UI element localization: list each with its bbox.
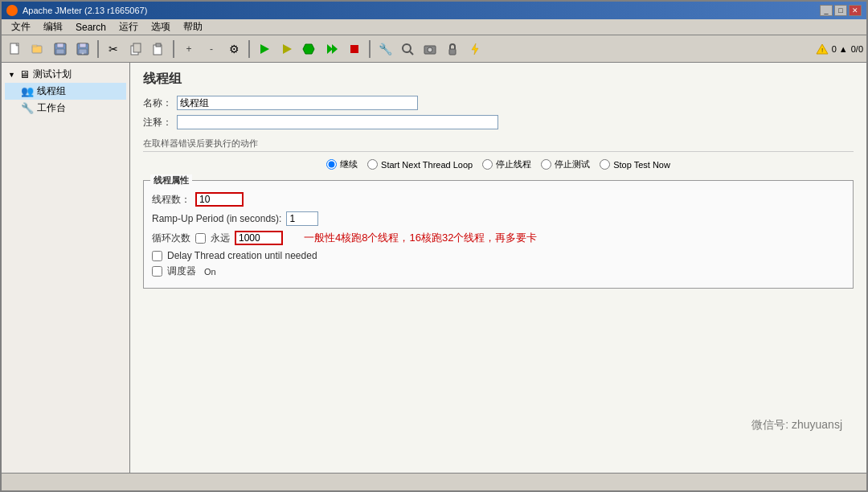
name-row: 名称：: [143, 96, 854, 110]
warning-icon: !: [816, 43, 829, 55]
svg-rect-5: [57, 43, 63, 47]
name-input[interactable]: [177, 96, 418, 110]
menu-help[interactable]: 帮助: [177, 18, 209, 35]
svg-marker-20: [327, 44, 333, 54]
thread-count-row: 线程数：: [152, 192, 845, 207]
radio-continue[interactable]: 继续: [326, 158, 358, 170]
close-button[interactable]: ✕: [849, 5, 862, 16]
thread-count-input[interactable]: [195, 192, 244, 207]
error-section: 在取样器错误后要执行的动作 继续 Start Next Thread Loop …: [143, 136, 854, 170]
expand-icon: ▼: [8, 71, 16, 79]
radio-stop-now-label: Stop Test Now: [613, 160, 670, 170]
maximize-button[interactable]: □: [834, 5, 847, 16]
svg-text:+: +: [81, 51, 84, 55]
sidebar-item-threadgroup[interactable]: 👥 线程组: [5, 83, 126, 100]
sidebar-item-testplan[interactable]: ▼ 🖥 测试计划: [5, 66, 126, 83]
svg-rect-8: [80, 43, 86, 47]
toolbar-saveas[interactable]: +: [72, 39, 93, 59]
forever-checkbox[interactable]: [195, 233, 206, 244]
ramp-up-label: Ramp-Up Period (in seconds):: [152, 213, 281, 224]
content-area: 线程组 名称： 注释： 在取样器错误后要执行的动作 继续: [130, 63, 866, 473]
radio-continue-input[interactable]: [326, 159, 337, 170]
radio-stop-now[interactable]: Stop Test Now: [600, 159, 670, 170]
status-bar: [2, 473, 866, 490]
radio-next-loop-input[interactable]: [367, 159, 378, 170]
toolbar-new[interactable]: [5, 39, 26, 59]
delay-label: Delay Thread creation until needed: [167, 250, 317, 261]
svg-line-24: [410, 51, 413, 55]
error-section-label: 在取样器错误后要执行的动作: [143, 136, 854, 152]
loop-count-row: 循环次数 永远 一般性4核跑8个线程，16核跑32个线程，再多要卡: [152, 231, 845, 245]
toolbar-settings[interactable]: ⚙: [223, 39, 244, 59]
comment-row: 注释：: [143, 115, 854, 129]
workbench-icon: 🔧: [21, 102, 34, 114]
toolbar-save[interactable]: [50, 39, 71, 59]
title-bar: Apache JMeter (2.13 r1665067) _ □ ✕: [2, 2, 866, 19]
ramp-up-input[interactable]: [286, 211, 318, 226]
testplan-label: 测试计划: [33, 68, 72, 81]
radio-stop-test-input[interactable]: [541, 159, 551, 170]
testplan-icon: 🖥: [19, 68, 30, 80]
radio-stop-thread-input[interactable]: [482, 159, 493, 170]
radio-stop-thread-label: 停止线程: [496, 158, 531, 170]
on-badge: On: [204, 267, 216, 277]
main-window: Apache JMeter (2.13 r1665067) _ □ ✕ 文件 编…: [0, 0, 868, 492]
toolbar-tools[interactable]: 🔧: [375, 39, 395, 59]
menu-file[interactable]: 文件: [5, 18, 37, 35]
forever-label: 永远: [211, 232, 230, 245]
svg-rect-14: [156, 43, 161, 47]
watermark: 微信号: zhuyuansj: [751, 418, 842, 433]
menu-options[interactable]: 选项: [145, 18, 177, 35]
toolbar-stopall[interactable]: [344, 39, 365, 59]
toolbar-runall[interactable]: [321, 39, 342, 59]
minimize-button[interactable]: _: [820, 5, 833, 16]
toolbar-stop[interactable]: [299, 39, 320, 59]
toolbar-copy[interactable]: [125, 39, 146, 59]
title-bar-left: Apache JMeter (2.13 r1665067): [6, 5, 147, 16]
scheduler-label: 调度器: [167, 264, 196, 278]
radio-stop-thread[interactable]: 停止线程: [482, 158, 531, 170]
menu-edit[interactable]: 编辑: [37, 18, 69, 35]
radio-stop-test[interactable]: 停止测试: [541, 158, 590, 170]
toolbar-pause[interactable]: [276, 39, 297, 59]
radio-next-loop[interactable]: Start Next Thread Loop: [367, 159, 473, 170]
toolbar-camera[interactable]: [420, 39, 440, 59]
svg-point-26: [428, 47, 432, 52]
error-count: 0 ▲: [832, 44, 848, 54]
toolbar-cut[interactable]: ✂: [103, 39, 124, 59]
ramp-up-row: Ramp-Up Period (in seconds):: [152, 211, 845, 226]
loop-count-label: 循环次数: [152, 232, 190, 245]
svg-text:-: -: [210, 43, 213, 55]
toolbar-open[interactable]: [27, 39, 48, 59]
sidebar-item-workbench[interactable]: 🔧 工作台: [5, 100, 126, 117]
toolbar-expand[interactable]: +: [178, 39, 199, 59]
svg-marker-28: [472, 43, 478, 55]
scheduler-checkbox[interactable]: [152, 266, 162, 277]
toolbar-search[interactable]: [397, 39, 418, 59]
section-title: 线程组: [143, 71, 854, 88]
toolbar-paste[interactable]: [148, 39, 169, 59]
toolbar-run[interactable]: [254, 39, 275, 59]
toolbar-lock[interactable]: [442, 39, 463, 59]
threadgroup-icon: 👥: [21, 85, 34, 97]
thread-props-title: 线程属性: [150, 174, 192, 187]
radio-next-loop-label: Start Next Thread Loop: [381, 160, 473, 170]
sidebar: ▼ 🖥 测试计划 👥 线程组 🔧 工作台: [2, 63, 130, 473]
svg-rect-12: [133, 43, 141, 52]
svg-text:!: !: [821, 47, 823, 54]
run-count: 0/0: [851, 44, 863, 54]
app-icon: [6, 5, 18, 16]
loop-count-input[interactable]: [235, 231, 283, 245]
comment-input[interactable]: [177, 115, 498, 129]
svg-marker-17: [260, 44, 269, 54]
main-area: ▼ 🖥 测试计划 👥 线程组 🔧 工作台 线程组 名称：: [2, 63, 866, 473]
menu-search[interactable]: Search: [69, 20, 113, 35]
menu-run[interactable]: 运行: [113, 18, 145, 35]
radio-stop-now-input[interactable]: [600, 159, 610, 170]
window-controls: _ □ ✕: [820, 5, 862, 16]
svg-rect-2: [32, 46, 42, 53]
toolbar-collapse[interactable]: -: [201, 39, 222, 59]
delay-checkbox[interactable]: [152, 251, 162, 261]
window-title: Apache JMeter (2.13 r1665067): [23, 6, 147, 15]
toolbar-lightning[interactable]: [465, 39, 485, 59]
